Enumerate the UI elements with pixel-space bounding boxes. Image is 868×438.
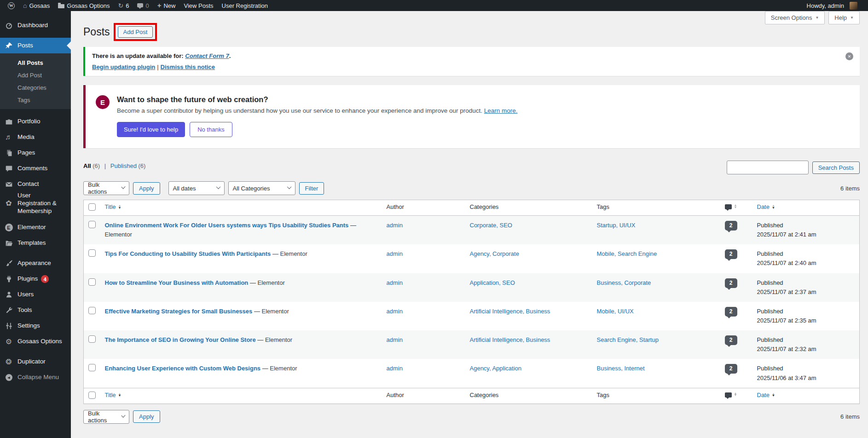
tags-links[interactable]: Mobile, Search Engine (597, 250, 657, 257)
submenu-add-post[interactable]: Add Post (0, 69, 71, 81)
accept-help-button[interactable]: Sure! I'd love to help (117, 122, 185, 137)
row-checkbox[interactable] (88, 364, 96, 371)
comments-menu[interactable]: 0 (133, 0, 153, 11)
elementor-logo-icon: E (96, 95, 110, 109)
sort-date-header[interactable]: Date (757, 392, 770, 398)
view-all-link[interactable]: All (83, 162, 91, 169)
sidebar-item-users[interactable]: Users (0, 287, 71, 303)
site-options-menu[interactable]: Gosaas Options (54, 0, 114, 11)
begin-updating-plugin-link[interactable]: Begin updating plugin (92, 63, 155, 70)
apply-button[interactable]: Apply (133, 410, 160, 423)
comments-column-icon[interactable] (725, 204, 732, 209)
bulk-actions-select[interactable]: Bulk actions (83, 181, 129, 195)
author-link[interactable]: admin (387, 336, 403, 343)
sidebar-item-duplicator[interactable]: ❂ Duplicator (0, 354, 71, 370)
submenu-all-posts[interactable]: All Posts (0, 57, 71, 69)
tags-links[interactable]: Business, Internet (597, 365, 645, 372)
chevron-down-icon (287, 184, 291, 189)
sidebar-item-posts[interactable]: Posts (0, 38, 71, 53)
user-registration-link[interactable]: User Registration (218, 0, 272, 11)
all-categories-select[interactable]: All Categories (228, 181, 295, 195)
new-content-menu[interactable]: + New (153, 0, 180, 11)
search-input[interactable] (727, 161, 809, 174)
help-button[interactable]: Help ▼ (828, 11, 860, 24)
dismiss-circle-icon[interactable]: ✕ (845, 52, 853, 60)
all-dates-select[interactable]: All dates (168, 181, 225, 195)
post-title-link[interactable]: How to Streamline Your Business with Aut… (105, 279, 249, 286)
sidebar-item-media[interactable]: ♬ Media (0, 129, 71, 145)
sidebar-item-user-registration[interactable]: ✿ User Registration & Membership (0, 192, 71, 215)
sidebar-item-dashboard[interactable]: Dashboard (0, 17, 71, 33)
filter-button[interactable]: Filter (299, 182, 324, 195)
learn-more-link[interactable]: Learn more. (484, 107, 518, 114)
add-post-button[interactable]: Add Post (118, 26, 153, 38)
tags-links[interactable]: Search Engine, Startup (597, 336, 659, 343)
search-posts-button[interactable]: Search Posts (812, 161, 860, 174)
sidebar-item-elementor[interactable]: E Elementor (0, 220, 71, 236)
dismiss-notice-link[interactable]: Dismiss this notice (161, 63, 215, 70)
post-title-link[interactable]: Effective Marketing Strategies for Small… (105, 308, 253, 315)
sidebar-item-comments[interactable]: Comments (0, 161, 71, 176)
comment-count-badge[interactable]: 2 (725, 221, 737, 231)
sidebar-item-appearance[interactable]: Appearance (0, 256, 71, 271)
comment-count-badge[interactable]: 2 (725, 278, 737, 288)
categories-links[interactable]: Agency, Application (470, 365, 522, 372)
select-all-checkbox[interactable] (88, 392, 96, 399)
comments-column-icon[interactable] (725, 392, 732, 398)
apply-button[interactable]: Apply (133, 182, 160, 195)
sidebar-item-settings[interactable]: Settings (0, 318, 71, 334)
sidebar-item-contact[interactable]: Contact (0, 176, 71, 192)
categories-links[interactable]: Artificial Intelligence, Business (470, 308, 550, 315)
categories-links[interactable]: Artificial Intelligence, Business (470, 336, 550, 343)
post-title-link[interactable]: Tips For Conducting to Usability Studies… (105, 250, 271, 257)
view-published-link[interactable]: Published (110, 162, 137, 169)
comment-count-badge[interactable]: 2 (725, 335, 737, 345)
categories-links[interactable]: Corporate, SEO (470, 222, 513, 229)
post-title-link[interactable]: The Importance of SEO in Growing Your On… (105, 336, 256, 343)
author-link[interactable]: admin (387, 279, 403, 286)
sidebar-item-portfolio[interactable]: Portfolio (0, 114, 71, 129)
author-link[interactable]: admin (387, 365, 403, 372)
sort-arrows-icon: ▲▼ (772, 393, 775, 397)
sort-title-header[interactable]: Title (105, 392, 116, 398)
bulk-actions-select[interactable]: Bulk actions (83, 410, 129, 424)
tags-links[interactable]: Business, Corporate (597, 279, 651, 286)
author-link[interactable]: admin (387, 222, 403, 229)
row-checkbox[interactable] (88, 307, 96, 314)
sort-date-header[interactable]: Date (757, 203, 770, 210)
categories-links[interactable]: Agency, Corporate (470, 250, 519, 257)
sort-arrows-icon: ▲▼ (734, 204, 737, 208)
sidebar-item-pages[interactable]: Pages (0, 145, 71, 161)
howdy-menu[interactable]: Howdy, admin (803, 0, 862, 11)
sort-title-header[interactable]: Title (105, 203, 116, 210)
select-all-checkbox[interactable] (88, 203, 96, 211)
site-name-menu[interactable]: ⌂ Gosaas (19, 0, 54, 11)
screen-options-button[interactable]: Screen Options ▼ (765, 11, 825, 24)
comment-count-badge[interactable]: 2 (725, 364, 737, 374)
post-title-link[interactable]: Enhancing User Experience with Custom We… (105, 365, 261, 372)
view-posts-link[interactable]: View Posts (179, 0, 217, 11)
updates-menu[interactable]: ↻ 6 (114, 0, 133, 11)
tags-links[interactable]: Startup, UI/UX (597, 222, 636, 229)
sidebar-item-tools[interactable]: Tools (0, 303, 71, 318)
author-link[interactable]: admin (387, 308, 403, 315)
sidebar-item-templates[interactable]: Templates (0, 236, 71, 251)
sidebar-item-plugins[interactable]: Plugins 4 (0, 271, 71, 287)
comment-count-badge[interactable]: 2 (725, 249, 737, 259)
sidebar-item-gosaas-options[interactable]: ⚙ Gosaas Options (0, 334, 71, 350)
author-link[interactable]: admin (387, 250, 403, 257)
submenu-tags[interactable]: Tags (0, 94, 71, 106)
wordpress-menu[interactable]: W (4, 0, 19, 11)
row-checkbox[interactable] (88, 335, 96, 343)
tags-links[interactable]: Mobile, UI/UX (597, 308, 634, 315)
post-title-link[interactable]: Online Environment Work For Older Users … (105, 222, 349, 229)
categories-links[interactable]: Application, SEO (470, 279, 515, 286)
submenu-categories[interactable]: Categories (0, 81, 71, 94)
comment-count-badge[interactable]: 2 (725, 307, 737, 317)
sidebar-item-collapse-menu[interactable]: ◀ Collapse Menu (0, 370, 71, 386)
contact-form-7-link[interactable]: Contact Form 7 (185, 52, 229, 59)
row-checkbox[interactable] (88, 249, 96, 257)
no-thanks-button[interactable]: No thanks (190, 122, 232, 137)
row-checkbox[interactable] (88, 221, 96, 228)
row-checkbox[interactable] (88, 278, 96, 286)
